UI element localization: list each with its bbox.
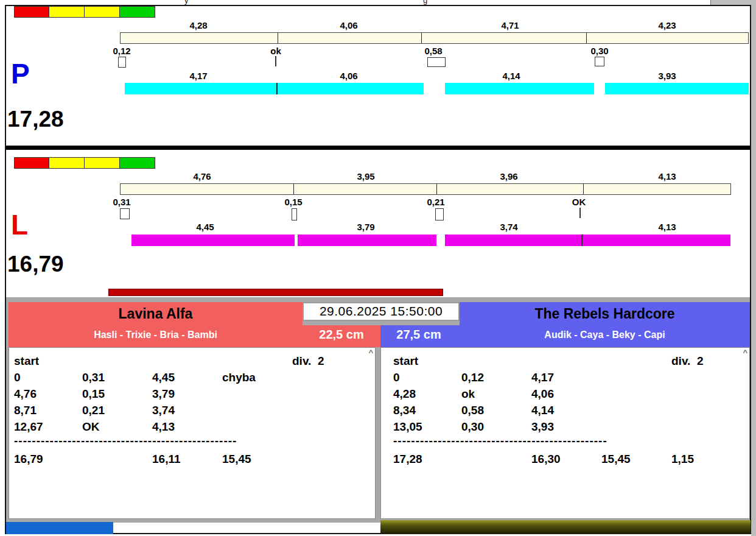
taskbar-window-chip[interactable] — [6, 522, 113, 534]
total-time: 16,79 — [14, 453, 82, 466]
bar-divider — [583, 184, 584, 194]
table-separator: ----------------------------------------… — [14, 435, 374, 451]
table-row: 0 0,31 4,45 chyba — [14, 369, 374, 386]
cell: 0 — [14, 371, 82, 384]
l-cross-window-3 — [435, 208, 444, 220]
p-net-split-1: 4,17 — [162, 71, 235, 81]
p-sensor-split-2: 4,06 — [312, 20, 385, 30]
l-cross-2: 0,15 — [257, 197, 330, 207]
cell: 4,06 — [531, 387, 601, 401]
desktop-margin — [751, 0, 756, 536]
total-best: 15,45 — [601, 453, 671, 466]
p-cross-window-4 — [595, 57, 604, 66]
team-left-jump-height: 22,5 cm — [307, 328, 376, 342]
p-net-split-4: 3,93 — [631, 71, 704, 81]
l-sensor-split-4: 4,13 — [631, 171, 704, 182]
l-net-bar-segment-2 — [298, 234, 436, 246]
l-sensor-split-3: 3,96 — [472, 171, 545, 182]
total-net: 16,30 — [531, 453, 601, 466]
cell: 0,58 — [461, 404, 531, 417]
p-net-bar-segment-4 — [605, 83, 749, 94]
traffic-light-green-icon — [120, 157, 155, 169]
clipped-menu-text: g — [423, 0, 427, 5]
l-cross-tick-4 — [579, 208, 581, 218]
lane-divider — [6, 146, 750, 150]
p-cross-1: 0,12 — [85, 46, 158, 56]
cell: 0 — [393, 371, 461, 384]
total-time: 17,28 — [393, 453, 461, 466]
l-net-split-3: 3,74 — [472, 222, 545, 232]
traffic-lights-p — [14, 6, 155, 18]
cell: 4,17 — [531, 371, 601, 384]
cell: 4,14 — [531, 404, 601, 417]
team-left-results-panel[interactable]: start div. 2 0 0,31 4,45 chyba 4,76 0,15… — [9, 347, 376, 519]
team-right-results-table: start div. 2 0 0,12 4,17 4,28 ok 4,06 — [381, 348, 749, 467]
col-division-label: div. 2 — [292, 354, 374, 368]
p-cross-tick-2 — [275, 56, 276, 66]
table-row: 13,05 0,30 3,93 — [393, 418, 748, 435]
cell: 13,05 — [393, 420, 461, 434]
p-net-bar-segment-2 — [278, 83, 424, 94]
table-row: 4,28 ok 4,06 — [393, 386, 748, 402]
bar-divider — [278, 33, 278, 43]
table-totals-row: 17,28 16,30 15,45 1,15 — [393, 451, 748, 467]
table-row: 8,34 0,58 4,14 — [393, 402, 748, 418]
cell: 0,30 — [461, 420, 531, 434]
l-net-bar-segment-3 — [445, 234, 581, 246]
bar-divider — [586, 33, 587, 43]
l-sensor-split-2: 3,95 — [329, 171, 402, 182]
cell: 4,28 — [393, 387, 461, 401]
p-cross-4: 0,30 — [563, 46, 636, 56]
team-right-jump-height: 27,5 cm — [385, 328, 453, 342]
bar-divider — [421, 33, 422, 43]
lane-l-total-time: 16,79 — [7, 253, 64, 275]
cell: 3,93 — [531, 420, 601, 434]
team-left-dogs: Hasli - Trixie - Bria - Bambi — [9, 330, 303, 340]
traffic-light-yellow1-icon — [49, 157, 85, 169]
table-header-row: start div. 2 — [393, 353, 748, 369]
col-division-label: div. 2 — [671, 354, 748, 368]
cell: 8,71 — [14, 404, 82, 417]
traffic-light-green-icon — [120, 6, 155, 18]
l-net-split-4: 4,13 — [631, 222, 704, 232]
scroll-up-icon[interactable]: ^ — [743, 350, 747, 356]
traffic-light-red-icon — [14, 6, 49, 18]
l-cross-4: OK — [542, 197, 615, 207]
traffic-lights-l — [14, 157, 155, 169]
p-cross-2: ok — [239, 46, 312, 56]
lane-l-letter: L — [11, 211, 28, 239]
p-cross-window-3 — [427, 57, 446, 67]
cell: 3,79 — [152, 387, 222, 401]
cell: 0,12 — [461, 371, 531, 384]
total-best: 15,45 — [222, 453, 292, 466]
table-row: 8,71 0,21 3,74 — [14, 402, 374, 418]
p-net-split-3: 4,14 — [475, 71, 548, 81]
p-sensor-split-1: 4,28 — [162, 20, 235, 30]
team-right-name: The Rebels Hardcore — [460, 306, 750, 322]
l-cross-1: 0,31 — [85, 197, 158, 207]
cell: 12,67 — [14, 420, 82, 434]
team-right-results-panel[interactable]: start div. 2 0 0,12 4,17 4,28 ok 4,06 — [380, 347, 750, 519]
team-left-name: Lavina Alfa — [9, 306, 303, 322]
l-net-bar-segment-1 — [131, 234, 295, 246]
total-net: 16,11 — [152, 453, 222, 466]
cell: 4,76 — [14, 387, 82, 401]
l-net-split-2: 3,79 — [329, 222, 402, 232]
p-sensor-time-bar — [120, 32, 749, 44]
race-progress-bar — [108, 289, 443, 296]
team-right-dogs: Audik - Caya - Beky - Capi — [460, 330, 750, 340]
scroll-up-icon[interactable]: ^ — [368, 350, 373, 356]
table-row: 12,67 OK 4,13 — [14, 418, 374, 435]
p-cross-window-1 — [118, 57, 126, 68]
traffic-light-red-icon — [14, 157, 49, 169]
clipped-menu-text: y — [184, 0, 189, 5]
cell: 4,45 — [152, 371, 222, 384]
cell: ok — [461, 387, 531, 401]
table-header-row: start div. 2 — [14, 353, 374, 369]
datetime-display: 29.06.2025 15:50:00 — [303, 302, 460, 321]
bar-divider — [293, 184, 294, 194]
cell: 0,31 — [82, 371, 152, 384]
traffic-light-yellow2-icon — [85, 157, 120, 169]
screen: y g 4,28 4,06 4,71 4,23 0,12 ok 0,58 0,3… — [0, 0, 756, 536]
p-sensor-split-3: 4,71 — [474, 20, 547, 30]
